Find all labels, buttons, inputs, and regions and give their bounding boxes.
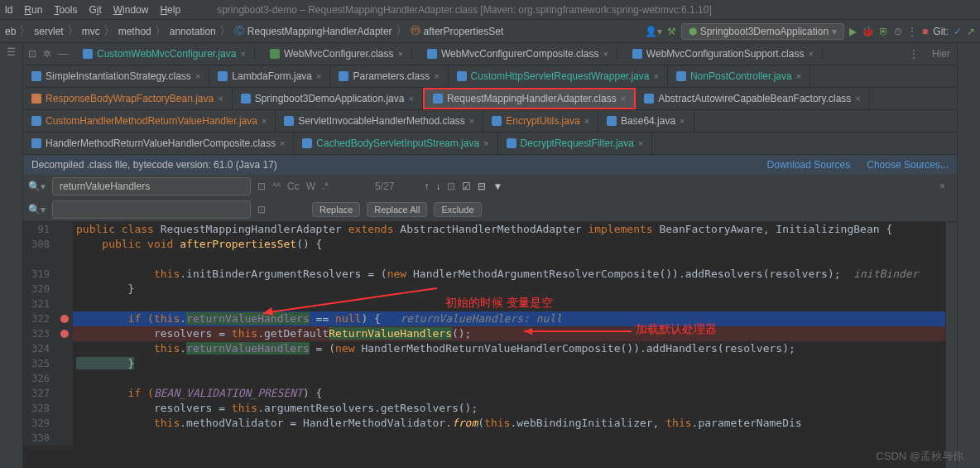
tab[interactable]: ResponseBodyWrapFactoryBean.java× [23, 88, 233, 109]
match-case-icon[interactable]: Cc [287, 181, 300, 192]
annotation-2: 加载默认处理器 [636, 321, 717, 336]
run-config-selector[interactable]: ⬢ Springboot3DemoApplication ▾ [681, 23, 844, 40]
decompiled-banner: Decompiled .class file, bytecode version… [23, 155, 957, 175]
profile-icon[interactable]: ⊙ [894, 26, 902, 37]
crumb[interactable]: afterPropertiesSet [424, 26, 504, 37]
search-icon[interactable]: 🔍▾ [28, 181, 46, 192]
editor-tabs: ⊡ ✲ — CustomWebMvcConfigurer.java× WebMv… [23, 43, 957, 155]
tab[interactable]: Parameters.class× [330, 65, 448, 87]
tab[interactable]: Springboot3DemoApplication.java× [233, 88, 423, 109]
user-icon[interactable]: 👤▾ [645, 26, 662, 37]
regex-icon[interactable]: ⊡ [257, 181, 266, 192]
tab[interactable]: Base64.java× [598, 110, 694, 132]
close-find-icon[interactable]: × [939, 181, 952, 192]
choose-sources-link[interactable]: Choose Sources... [867, 159, 949, 171]
tab[interactable]: WebMvcConfigurer.class× [262, 48, 412, 60]
tab[interactable]: SimpleInstantiationStrategy.class× [23, 65, 209, 87]
download-sources-link[interactable]: Download Sources [767, 159, 851, 171]
tab[interactable]: CachedBodyServletInputStream.java× [294, 133, 497, 154]
crumb[interactable]: eb [5, 26, 16, 37]
find-replace-bar: 🔍▾ ⊡ ᴬᴬ Cc W .* 5/27 ↑ ↓ ⊡ ☑ ⊟ ▼ × 🔍▾ [23, 175, 957, 222]
commit-icon[interactable]: ✓ [954, 26, 962, 37]
crumb[interactable]: method [118, 26, 151, 37]
tab[interactable]: WebMvcConfigurationSupport.class× [624, 48, 823, 60]
replace-input[interactable] [52, 200, 251, 219]
tab[interactable]: AbstractAutowireCapableBeanFactory.class… [636, 88, 870, 109]
run-icon[interactable]: ▶ [849, 26, 857, 37]
prev-match-icon[interactable]: ↑ [424, 181, 429, 192]
menu-bar: ld Run Tools Git Window Help springboot3… [0, 0, 980, 20]
crumb[interactable]: annotation [170, 26, 216, 37]
breakpoint-icon[interactable] [60, 330, 69, 338]
replace-all-button[interactable]: Replace All [367, 202, 427, 217]
git-label: Git: [933, 26, 949, 37]
more-tabs[interactable]: ⋮ [909, 48, 925, 60]
menu-item[interactable]: Run [24, 4, 42, 16]
exclude-button[interactable]: Exclude [434, 202, 481, 217]
menu-item[interactable]: ld [5, 4, 12, 16]
match-count: 5/27 [375, 181, 394, 192]
tab[interactable]: DecryptRequestFilter.java× [498, 133, 653, 154]
breakpoint-icon[interactable] [60, 315, 69, 323]
annotation-1: 初始的时候 变量是空 [445, 295, 553, 310]
crumb[interactable]: servlet [34, 26, 63, 37]
right-tool-gutter [957, 43, 980, 468]
stop-icon[interactable]: ■ [922, 26, 928, 37]
hammer-icon[interactable]: ⚒ [667, 26, 676, 37]
push-icon[interactable]: ↗ [967, 26, 975, 37]
structure-icon[interactable]: ☰ [7, 46, 16, 58]
tab[interactable]: CustomHandlerMethodReturnValueHandler.ja… [23, 110, 276, 132]
tab[interactable]: WebMvcConfigurerComposite.class× [419, 48, 617, 60]
code-editor[interactable]: 91public class RequestMappingHandlerAdap… [23, 222, 957, 468]
back-icon[interactable]: ⊡ [28, 48, 36, 60]
scrollbar-markers[interactable] [945, 222, 957, 468]
replace-button[interactable]: Replace [312, 202, 360, 217]
coverage-icon[interactable]: ⛨ [879, 26, 889, 37]
crumb[interactable]: mvc [82, 26, 100, 37]
tab[interactable]: ServletInvocableHandlerMethod.class× [276, 110, 483, 132]
nav-bar: eb〉 servlet〉 mvc〉 method〉 annotation〉 ⒸR… [0, 20, 980, 43]
tab[interactable]: EncryptUtils.java× [483, 110, 598, 132]
crumb[interactable]: RequestMappingHandlerAdapter [247, 26, 392, 37]
next-match-icon[interactable]: ↓ [435, 181, 440, 192]
menu-item[interactable]: Help [160, 4, 180, 16]
tab[interactable]: HandlerMethodReturnValueHandlerComposite… [23, 133, 294, 154]
watermark: CSDN @孟秋与你 [876, 449, 963, 464]
replace-icon[interactable]: 🔍▾ [28, 204, 46, 215]
gear-icon[interactable]: ✲ [43, 48, 51, 60]
toolbar-right: 👤▾ ⚒ ⬢ Springboot3DemoApplication ▾ ▶ 🐞 … [645, 23, 975, 40]
tab[interactable]: NonPostController.java× [668, 65, 810, 87]
menu-item[interactable]: Window [113, 4, 149, 16]
filter-icon[interactable]: ▼ [492, 181, 502, 192]
menu-item[interactable]: Git [89, 4, 101, 16]
tab[interactable]: LambdaForm.java× [209, 65, 330, 87]
left-tool-gutter: ☰ [0, 43, 23, 468]
window-title: springboot3-demo – RequestMappingHandler… [217, 4, 712, 16]
tab[interactable]: CustomHttpServletRequestWrapper.java× [449, 65, 668, 87]
menu-item[interactable]: Tools [54, 4, 77, 16]
debug-icon[interactable]: 🐞 [862, 26, 874, 37]
tab-active-highlighted[interactable]: RequestMappingHandlerAdapter.class× [423, 88, 636, 109]
tab[interactable]: CustomWebMvcConfigurer.java× [74, 48, 255, 60]
search-input[interactable] [52, 177, 251, 195]
breadcrumb: eb〉 servlet〉 mvc〉 method〉 annotation〉 ⒸR… [5, 24, 503, 39]
